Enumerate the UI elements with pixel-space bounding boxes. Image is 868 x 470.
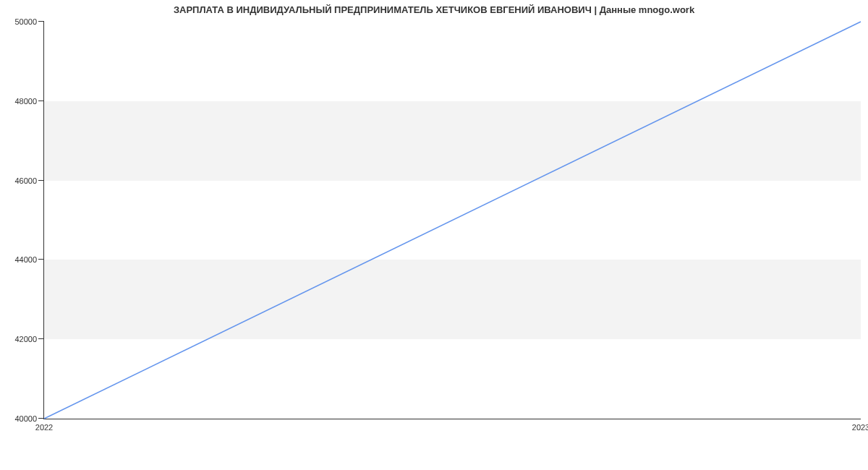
- chart-title: ЗАРПЛАТА В ИНДИВИДУАЛЬНЫЙ ПРЕДПРИНИМАТЕЛ…: [0, 4, 868, 15]
- y-tick: [38, 180, 44, 181]
- y-tick-label: 42000: [14, 335, 37, 343]
- y-tick-label: 44000: [14, 255, 37, 264]
- y-tick-label: 50000: [14, 17, 37, 26]
- svg-line-0: [44, 22, 861, 419]
- y-tick: [38, 338, 44, 339]
- x-tick-label: 2022: [35, 423, 53, 432]
- y-tick: [38, 101, 44, 101]
- y-tick-label: 48000: [14, 97, 37, 106]
- x-tick-label: 2023: [852, 423, 868, 432]
- y-tick: [38, 259, 44, 260]
- plot-area: 40000 42000 44000 46000 48000 50000 2022…: [43, 22, 861, 419]
- y-tick-label: 46000: [14, 176, 37, 185]
- y-tick: [38, 418, 44, 419]
- y-tick-label: 40000: [14, 414, 37, 423]
- salary-line-chart: ЗАРПЛАТА В ИНДИВИДУАЛЬНЫЙ ПРЕДПРИНИМАТЕЛ…: [0, 0, 868, 470]
- data-line: [44, 22, 861, 419]
- y-tick: [38, 21, 44, 22]
